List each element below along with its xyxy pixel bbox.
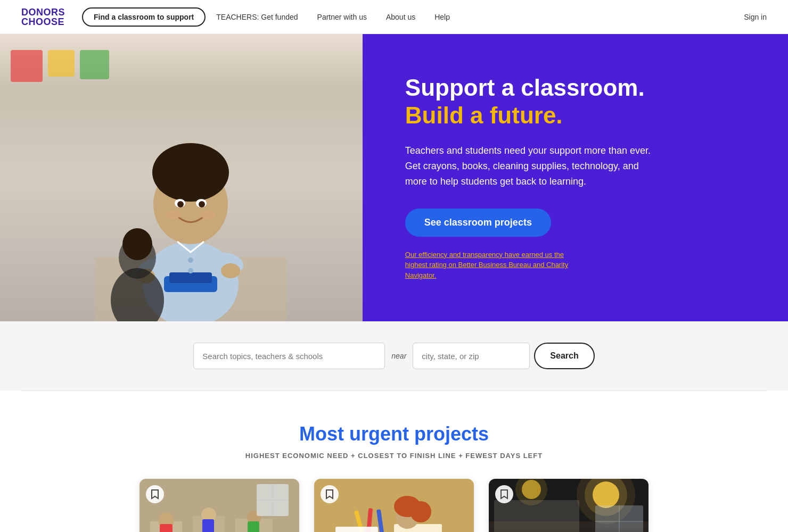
logo-line1: DONORS	[21, 7, 65, 17]
search-button[interactable]: Search	[534, 343, 594, 369]
svg-point-24	[122, 228, 152, 260]
classroom-decor-red	[11, 50, 43, 82]
svg-rect-19	[169, 272, 212, 283]
bookmark-icon-3[interactable]	[495, 485, 513, 503]
hero-content: Support a classroom. Build a future. Tea…	[363, 34, 788, 321]
svg-point-5	[221, 263, 240, 278]
child-illustration	[95, 55, 286, 321]
hero-body-text: Teachers and students need your support …	[405, 143, 661, 189]
svg-rect-39	[314, 479, 474, 532]
sign-in-button[interactable]: Sign in	[744, 13, 767, 21]
trust-link[interactable]: Our efficiency and transparency have ear…	[405, 250, 586, 281]
svg-point-20	[188, 257, 193, 263]
urgent-projects-section: Most urgent projects HIGHEST ECONOMIC NE…	[0, 391, 788, 532]
svg-point-11	[159, 148, 223, 186]
logo-line2: CHOOSE	[21, 17, 65, 27]
svg-point-55	[394, 496, 421, 517]
near-label: near	[389, 352, 408, 360]
project-image-1	[139, 479, 299, 532]
svg-point-14	[177, 201, 184, 207]
help-link[interactable]: Help	[426, 9, 458, 26]
svg-point-16	[166, 211, 181, 219]
search-location-input[interactable]	[413, 343, 530, 369]
svg-rect-35	[248, 521, 259, 532]
hero-photo	[0, 34, 363, 321]
logo[interactable]: DONORS CHOOSE	[21, 7, 65, 27]
nav-links: Find a classroom to support TEACHERS: Ge…	[82, 7, 744, 27]
classroom-decor-yellow	[48, 50, 75, 77]
project-card-1[interactable]: Nurturing Minds: Tools for Special Educa…	[139, 479, 299, 532]
project-card-image-3: Increasing Self-Esteem and Independence …	[489, 479, 649, 532]
project-card-3[interactable]: Increasing Self-Esteem and Independence …	[489, 479, 649, 532]
search-section: near Search	[0, 321, 788, 390]
hero-section: Support a classroom. Build a future. Tea…	[0, 34, 788, 321]
svg-rect-33	[202, 519, 214, 532]
urgent-subtitle: HIGHEST ECONOMIC NEED + CLOSEST TO FINIS…	[64, 452, 724, 460]
bookmark-icon-1[interactable]	[146, 485, 164, 503]
project-card-2[interactable]: Seeds of Knowledge: A School Garden Proj…	[314, 479, 474, 532]
search-topics-input[interactable]	[193, 343, 385, 369]
project-card-image-2: Seeds of Knowledge: A School Garden Proj…	[314, 479, 474, 532]
svg-point-17	[200, 211, 215, 219]
project-card-image-1: Nurturing Minds: Tools for Special Educa…	[139, 479, 299, 532]
hero-headline-2: Build a future.	[405, 103, 745, 128]
search-bar: near Search	[193, 343, 594, 369]
hero-image	[0, 34, 363, 321]
project-card-overlay-3: Increasing Self-Esteem and Independence …	[489, 526, 649, 533]
teachers-get-funded-link[interactable]: TEACHERS: Get funded	[208, 9, 306, 26]
bookmark-icon-2[interactable]	[321, 485, 339, 503]
projects-grid: Nurturing Minds: Tools for Special Educa…	[64, 479, 724, 532]
svg-rect-31	[160, 524, 173, 532]
partner-with-us-link[interactable]: Partner with us	[309, 9, 375, 26]
svg-rect-45	[335, 527, 378, 532]
urgent-title: Most urgent projects	[64, 423, 724, 445]
find-classroom-button[interactable]: Find a classroom to support	[82, 7, 206, 27]
about-us-link[interactable]: About us	[377, 9, 424, 26]
svg-point-21	[188, 268, 193, 273]
project-image-2	[314, 479, 474, 532]
navbar: DONORS CHOOSE Find a classroom to suppor…	[0, 0, 788, 34]
project-image-3	[489, 479, 649, 532]
svg-point-15	[199, 201, 205, 207]
hero-headline-1: Support a classroom.	[405, 75, 745, 101]
see-classroom-projects-button[interactable]: See classroom projects	[405, 209, 551, 237]
